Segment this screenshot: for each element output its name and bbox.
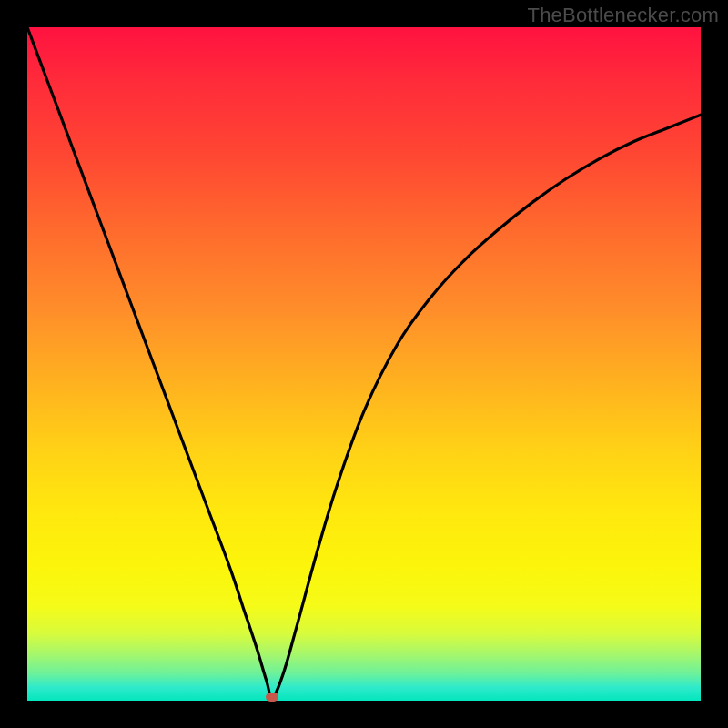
- min-point-marker: [266, 693, 278, 702]
- bottleneck-curve: [27, 27, 701, 697]
- curve-svg: [27, 27, 701, 701]
- plot-area: [27, 27, 701, 701]
- chart-frame: TheBottlenecker.com: [0, 0, 728, 728]
- watermark-text: TheBottlenecker.com: [528, 4, 719, 27]
